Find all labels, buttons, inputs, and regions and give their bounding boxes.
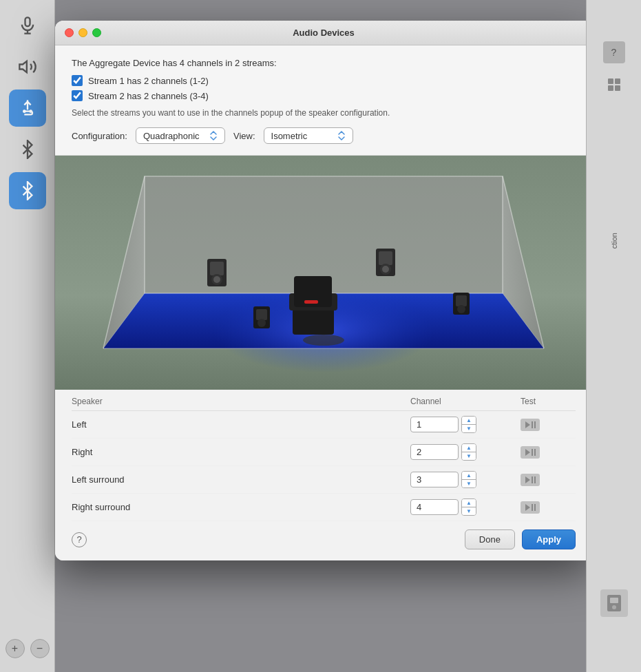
channel-selector-right: 2 ▲ ▼ — [410, 443, 521, 461]
stepper-up-left-surround[interactable]: ▲ — [462, 472, 476, 479]
view-chevron-icon — [336, 130, 347, 141]
device-icon — [600, 589, 628, 617]
table-row: Right surround 4 ▲ ▼ — [72, 494, 576, 521]
svg-marker-46 — [525, 504, 530, 511]
close-button[interactable] — [65, 28, 74, 37]
speaker-name-left-surround: Left surround — [72, 474, 410, 485]
modal-titlebar: Audio Devices — [55, 21, 592, 45]
channel-stepper-left[interactable]: ▲ ▼ — [461, 416, 476, 433]
svg-marker-40 — [525, 449, 530, 456]
action-text: ction — [610, 233, 618, 249]
channel-value-right: 2 — [410, 444, 459, 460]
stream2-row: Stream 2 has 2 channels (3-4) — [72, 90, 576, 101]
window-title: Audio Devices — [293, 28, 355, 38]
svg-marker-43 — [525, 476, 530, 483]
minimize-button[interactable] — [78, 28, 87, 37]
help-icon[interactable]: ? — [603, 41, 625, 63]
svg-point-26 — [213, 276, 220, 283]
table-row: Left surround 3 ▲ ▼ — [72, 466, 576, 494]
right-panel: ? ction — [586, 0, 641, 672]
sidebar-item-mic[interactable] — [9, 7, 46, 44]
svg-rect-54 — [610, 598, 618, 603]
svg-rect-24 — [210, 262, 224, 275]
channel-selector-left: 1 ▲ ▼ — [410, 416, 521, 433]
room-visualization — [55, 156, 592, 390]
test-button-right[interactable] — [521, 446, 540, 459]
stream1-row: Stream 1 has 2 channels (1-2) — [72, 75, 576, 86]
hint-text: Select the streams you want to use in th… — [72, 108, 576, 118]
stepper-down-left-surround[interactable]: ▼ — [462, 480, 476, 487]
question-mark-icon: ? — [611, 47, 617, 58]
svg-point-55 — [612, 605, 616, 609]
svg-rect-0 — [25, 17, 30, 26]
channel-stepper-right-surround[interactable]: ▲ ▼ — [461, 498, 476, 516]
done-button[interactable]: Done — [465, 529, 515, 549]
stepper-down-right[interactable]: ▼ — [462, 452, 476, 460]
sidebar-item-bluetooth2[interactable] — [9, 172, 46, 209]
config-row: Configuration: Quadraphonic View: Isomet… — [72, 127, 576, 144]
sidebar: + − — [0, 0, 55, 672]
svg-point-5 — [30, 111, 31, 112]
svg-rect-32 — [256, 309, 267, 320]
stepper-up-left[interactable]: ▲ — [462, 417, 476, 424]
svg-marker-7 — [145, 176, 503, 293]
test-button-left-surround[interactable] — [521, 474, 540, 486]
svg-rect-47 — [532, 504, 533, 511]
speaker-name-right-surround: Right surround — [72, 502, 410, 512]
svg-rect-42 — [534, 449, 536, 456]
stream2-label[interactable]: Stream 2 has 2 channels (3-4) — [88, 91, 209, 101]
svg-rect-41 — [532, 449, 533, 456]
remove-device-button[interactable]: − — [30, 639, 50, 658]
view-select[interactable]: Isometric — [264, 127, 353, 144]
speaker-name-right: Right — [72, 447, 410, 457]
sidebar-bottom-actions: + − — [0, 639, 54, 658]
view-value: Isometric — [271, 131, 308, 141]
header-test: Test — [521, 397, 576, 406]
sidebar-item-bluetooth1[interactable] — [9, 131, 46, 168]
svg-rect-50 — [615, 78, 620, 84]
svg-rect-45 — [534, 476, 536, 483]
configuration-select[interactable]: Quadraphonic — [136, 127, 225, 144]
modal-content: The Aggregate Device has 4 channels in 2… — [55, 45, 592, 560]
traffic-lights — [65, 28, 101, 37]
stream2-checkbox[interactable] — [72, 90, 83, 101]
svg-rect-49 — [608, 78, 613, 84]
sidebar-item-speaker[interactable] — [9, 48, 46, 85]
table-row: Left 1 ▲ ▼ — [72, 411, 576, 439]
svg-rect-44 — [532, 476, 533, 483]
table-row: Right 2 ▲ ▼ — [72, 439, 576, 466]
svg-marker-3 — [19, 61, 26, 72]
channel-stepper-right[interactable]: ▲ ▼ — [461, 443, 476, 461]
svg-point-30 — [382, 266, 389, 273]
test-button-right-surround[interactable] — [521, 501, 540, 514]
svg-point-4 — [23, 111, 25, 112]
test-button-left[interactable] — [521, 419, 540, 431]
svg-rect-52 — [615, 85, 620, 91]
header-channel: Channel — [410, 397, 521, 406]
help-button[interactable]: ? — [72, 532, 87, 547]
channel-stepper-left-surround[interactable]: ▲ ▼ — [461, 471, 476, 488]
svg-rect-21 — [304, 300, 318, 304]
config-label: Configuration: — [72, 131, 127, 141]
stepper-down-right-surround[interactable]: ▼ — [462, 507, 476, 515]
svg-rect-38 — [532, 421, 533, 428]
modal-footer: ? Done Apply — [55, 521, 592, 560]
add-device-button[interactable]: + — [6, 639, 25, 658]
stream1-label[interactable]: Stream 1 has 2 channels (1-2) — [88, 76, 209, 86]
maximize-button[interactable] — [92, 28, 101, 37]
stepper-up-right-surround[interactable]: ▲ — [462, 499, 476, 507]
stepper-up-right[interactable]: ▲ — [462, 444, 476, 452]
apply-button[interactable]: Apply — [522, 529, 576, 549]
channel-value-left: 1 — [410, 417, 459, 432]
footer-right: Done Apply — [465, 529, 576, 549]
speaker-table: Speaker Channel Test Left 1 ▲ ▼ — [55, 390, 592, 521]
stream1-checkbox[interactable] — [72, 75, 83, 86]
stepper-down-left[interactable]: ▼ — [462, 425, 476, 432]
grid-icon[interactable] — [607, 77, 622, 95]
channel-value-right-surround: 4 — [410, 499, 459, 515]
svg-rect-35 — [456, 295, 467, 306]
sidebar-item-usb[interactable] — [9, 90, 46, 127]
svg-rect-28 — [379, 251, 392, 265]
channel-selector-left-surround: 3 ▲ ▼ — [410, 471, 521, 488]
info-section: The Aggregate Device has 4 channels in 2… — [55, 45, 592, 156]
